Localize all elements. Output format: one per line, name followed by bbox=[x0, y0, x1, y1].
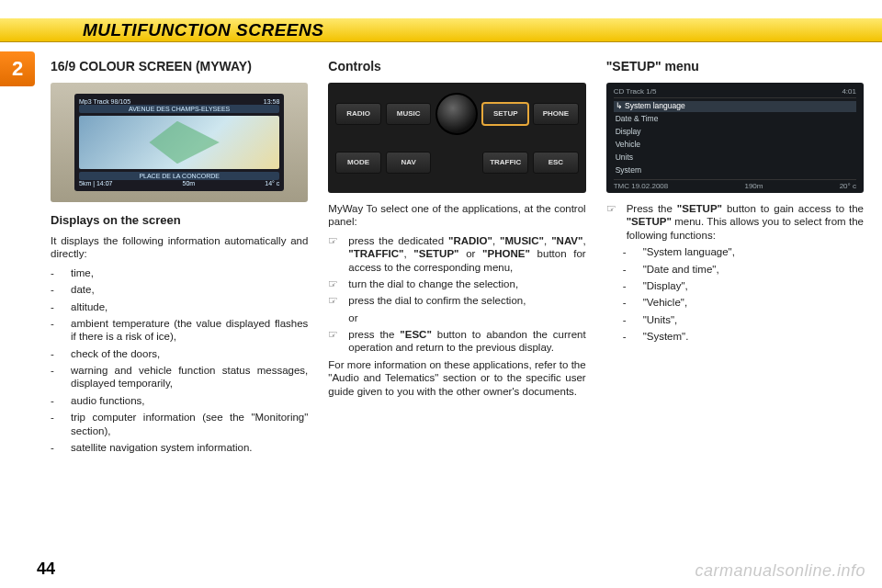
watermark: carmanualsonline.info bbox=[695, 561, 865, 581]
col3-heading: "SETUP" menu bbox=[606, 59, 864, 74]
menu-item: Display bbox=[614, 127, 856, 137]
bot-date: TMC 19.02.2008 bbox=[614, 182, 669, 190]
cd-clock: 4:01 bbox=[842, 87, 856, 96]
page-title: MULTIFUNCTION SCREENS bbox=[83, 20, 323, 40]
list-item: -"System language", bbox=[623, 245, 864, 258]
esc-button: ESC bbox=[533, 152, 579, 174]
list-item: -"Units", bbox=[623, 313, 864, 326]
header-band: MULTIFUNCTION SCREENS bbox=[0, 18, 882, 42]
list-item: ☞ Press the "SETUP" button to gain acces… bbox=[606, 202, 864, 242]
column-3: "SETUP" menu CD Track 1/5 4:01 ↳ System … bbox=[606, 46, 864, 553]
bot-alt: 190m bbox=[744, 182, 763, 190]
list-item: -ambient temperature (the value displaye… bbox=[51, 317, 308, 344]
rotary-dial bbox=[435, 93, 478, 135]
column-1: 16/9 COLOUR SCREEN (MYWAY) Mp3 Track 98/… bbox=[51, 46, 308, 553]
setup-menu-photo: CD Track 1/5 4:01 ↳ System language Date… bbox=[606, 83, 864, 193]
traffic-button: TRAFFIC bbox=[482, 152, 528, 174]
col1-list: -time, -date, -altitude, -ambient temper… bbox=[51, 266, 308, 455]
col2-steps: ☞ press the dedicated "RADIO", "MUSIC", … bbox=[328, 234, 585, 355]
page-number: 44 bbox=[37, 560, 55, 579]
btn-row-1: RADIO MUSIC SETUP PHONE bbox=[335, 92, 578, 135]
list-item: -date, bbox=[51, 283, 308, 296]
nav-clock: 13:58 bbox=[264, 98, 280, 105]
bot-temp: 20° c bbox=[840, 182, 856, 190]
page-body: 16/9 COLOUR SCREEN (MYWAY) Mp3 Track 98/… bbox=[51, 46, 864, 553]
list-item: -satellite navigation system information… bbox=[51, 441, 308, 454]
list-item: ☞turn the dial to change the selection, bbox=[328, 277, 585, 290]
nav-street: AVENUE DES CHAMPS-ELYSEES bbox=[79, 105, 279, 113]
music-button: MUSIC bbox=[386, 103, 432, 125]
col1-heading: 16/9 COLOUR SCREEN (MYWAY) bbox=[51, 59, 308, 74]
column-2: Controls RADIO MUSIC SETUP PHONE MODE NA… bbox=[328, 46, 585, 553]
list-item: -check of the doors, bbox=[51, 347, 308, 360]
list-item: -altitude, bbox=[51, 300, 308, 313]
list-item: -"System". bbox=[623, 330, 864, 343]
list-item: -"Date and time", bbox=[623, 263, 864, 276]
btn-row-2: MODE NAV TRAFFIC ESC bbox=[335, 141, 578, 184]
nav-eta: 5km | 14:07 bbox=[79, 180, 112, 187]
list-item: ☞ press the "ESC" button to abandon the … bbox=[328, 328, 585, 355]
col2-heading: Controls bbox=[328, 59, 585, 74]
nav-screen-mock: Mp3 Track 98/105 13:58 AVENUE DES CHAMPS… bbox=[74, 94, 284, 191]
nav-track: Mp3 Track 98/105 bbox=[79, 98, 130, 105]
list-item: -time, bbox=[51, 266, 308, 279]
list-item: -warning and vehicle function status mes… bbox=[51, 364, 308, 390]
list-item: -trip computer information (see the "Mon… bbox=[51, 411, 308, 437]
list-item: ☞press the dial to confirm the selection… bbox=[328, 294, 585, 307]
list-item: or bbox=[328, 311, 585, 324]
radio-button: RADIO bbox=[335, 103, 381, 125]
col1-subheading: Displays on the screen bbox=[51, 213, 308, 227]
list-item: -"Display", bbox=[623, 279, 864, 292]
col1-intro: It displays the following information au… bbox=[51, 234, 308, 261]
list-item: -"Vehicle", bbox=[623, 296, 864, 309]
col2-intro: MyWay To select one of the applications,… bbox=[328, 202, 585, 229]
menu-item: Date & Time bbox=[614, 114, 856, 124]
nav-temp: 14° c bbox=[265, 180, 279, 187]
col3-list: -"System language", -"Date and time", -"… bbox=[606, 245, 864, 343]
list-item: -audio functions, bbox=[51, 394, 308, 407]
nav-map-graphic bbox=[79, 116, 279, 169]
mode-button: MODE bbox=[335, 152, 381, 174]
cd-track: CD Track 1/5 bbox=[614, 87, 657, 96]
list-item: ☞ press the dedicated "RADIO", "MUSIC", … bbox=[328, 234, 585, 274]
phone-button: PHONE bbox=[533, 103, 579, 125]
col2-outro: For more information on these applicatio… bbox=[328, 358, 585, 398]
setup-button: SETUP bbox=[482, 103, 528, 125]
menu-item: Vehicle bbox=[614, 140, 856, 150]
menu-item: ↳ System language bbox=[614, 101, 856, 111]
menu-item: System bbox=[614, 165, 856, 175]
nav-button: NAV bbox=[386, 152, 432, 174]
nav-dist: 50m bbox=[183, 180, 196, 187]
nav-screen-photo: Mp3 Track 98/105 13:58 AVENUE DES CHAMPS… bbox=[51, 83, 308, 202]
control-panel-photo: RADIO MUSIC SETUP PHONE MODE NAV TRAFFIC… bbox=[328, 83, 585, 193]
nav-substreet: PLACE DE LA CONCORDE bbox=[79, 172, 279, 180]
col3-lead: ☞ Press the "SETUP" button to gain acces… bbox=[606, 202, 864, 242]
chapter-tab: 2 bbox=[0, 51, 35, 86]
setup-menu-list: ↳ System language Date & Time Display Ve… bbox=[614, 100, 856, 177]
menu-item: Units bbox=[614, 153, 856, 163]
